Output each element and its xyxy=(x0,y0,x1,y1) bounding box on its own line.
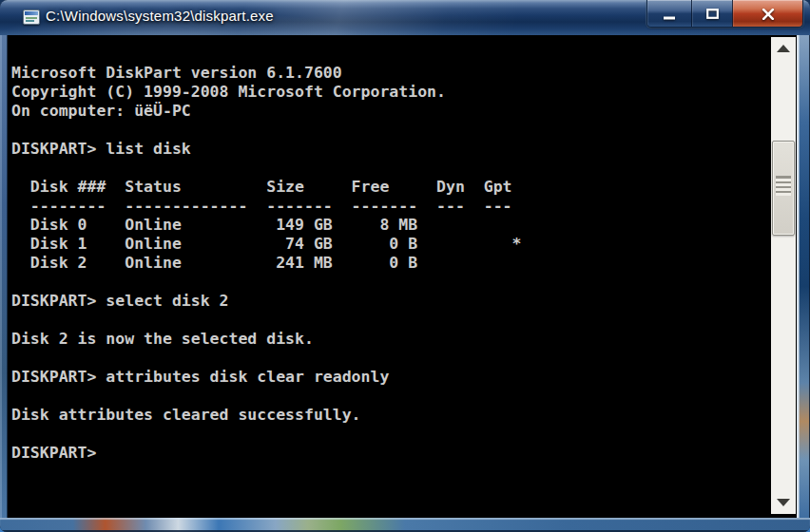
scroll-up-icon xyxy=(777,45,790,52)
scroll-down-icon xyxy=(777,499,790,506)
console-icon-content xyxy=(26,17,37,19)
scrollbar xyxy=(771,37,796,514)
close-icon xyxy=(762,9,775,20)
window-title: C:\Windows\system32\diskpart.exe xyxy=(46,8,274,24)
window-border-bottom xyxy=(0,518,810,532)
scroll-up-button[interactable] xyxy=(771,37,796,60)
diskpart-window: C:\Windows\system32\diskpart.exe Microso… xyxy=(0,0,810,532)
maximize-button[interactable] xyxy=(691,0,732,28)
console-icon-titlebar xyxy=(25,11,38,15)
scrollbar-thumb[interactable] xyxy=(772,141,795,236)
window-border-left xyxy=(0,35,8,518)
window-border-right xyxy=(799,35,810,518)
scrollbar-track[interactable] xyxy=(771,60,796,491)
maximize-icon xyxy=(706,9,719,19)
minimize-icon xyxy=(664,16,675,20)
scrollbar-grip-icon xyxy=(776,176,791,196)
close-button[interactable] xyxy=(732,0,802,28)
title-bar[interactable]: C:\Windows\system32\diskpart.exe xyxy=(0,0,810,35)
scroll-down-button[interactable] xyxy=(771,491,796,514)
console-output: Microsoft DiskPart version 6.1.7600 Copy… xyxy=(11,64,521,463)
console-icon-content xyxy=(26,20,34,22)
minimize-button[interactable] xyxy=(647,0,691,28)
caption-buttons xyxy=(646,0,803,28)
console-icon[interactable] xyxy=(23,10,40,25)
console[interactable]: Microsoft DiskPart version 6.1.7600 Copy… xyxy=(8,35,799,518)
